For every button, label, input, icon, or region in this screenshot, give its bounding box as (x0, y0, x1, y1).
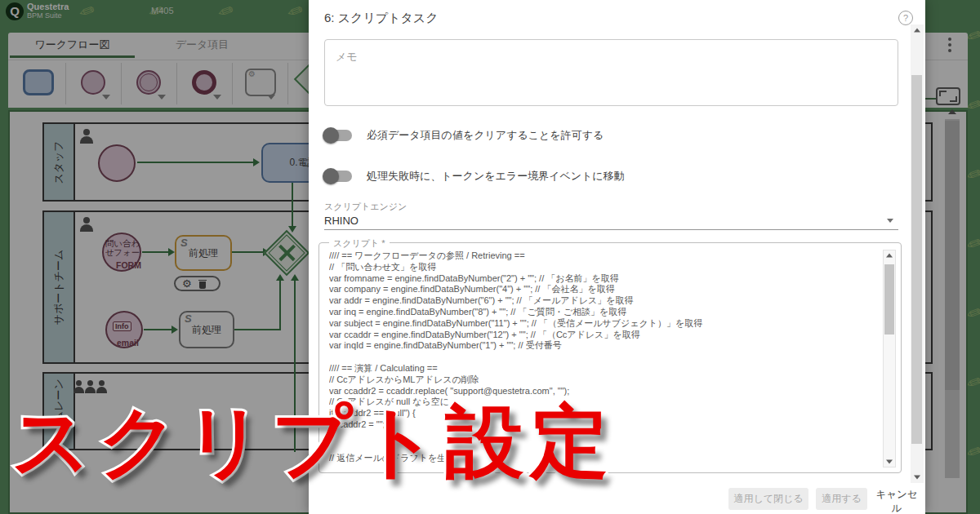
dialog-scrollbar[interactable] (911, 24, 924, 483)
script-field-label: スクリプト * (329, 237, 390, 250)
toggle-label: 処理失敗時に、トークンをエラー境界イベントに移動 (367, 169, 625, 184)
script-engine-label: スクリプトエンジン (324, 201, 407, 213)
toggle-row-error-boundary: 処理失敗時に、トークンをエラー境界イベントに移動 (324, 167, 625, 185)
help-icon[interactable]: ? (898, 11, 913, 25)
memo-placeholder: メモ (336, 50, 358, 64)
script-scrollbar[interactable] (883, 250, 896, 467)
toggle-knob (323, 127, 339, 144)
script-scrollbar-thumb[interactable] (884, 264, 894, 335)
dialog-title: 6: スクリプトタスク (324, 11, 439, 26)
memo-textarea[interactable]: メモ (324, 39, 898, 106)
scroll-down-icon[interactable] (914, 476, 920, 480)
annotation-caption: スクリプト設定 (11, 390, 615, 496)
scroll-down-icon[interactable] (886, 460, 893, 464)
error-boundary-toggle[interactable] (324, 171, 352, 182)
scroll-up-icon[interactable] (914, 29, 920, 33)
select-underline (324, 229, 898, 230)
allow-clear-toggle[interactable] (324, 130, 352, 141)
toggle-label: 必須データ項目の値をクリアすることを許可する (367, 128, 604, 143)
apply-button[interactable]: 適用する (816, 488, 867, 510)
apply-and-close-button[interactable]: 適用して閉じる (728, 488, 808, 510)
toggle-row-allow-clear: 必須データ項目の値をクリアすることを許可する (324, 126, 604, 144)
dialog-scrollbar-thumb[interactable] (911, 75, 922, 444)
script-engine-select[interactable]: RHINO (324, 215, 359, 227)
scroll-up-icon[interactable] (886, 254, 893, 258)
select-caret-icon[interactable] (887, 219, 893, 223)
toggle-knob (323, 168, 339, 184)
cancel-button[interactable]: キャンセル (874, 488, 920, 510)
